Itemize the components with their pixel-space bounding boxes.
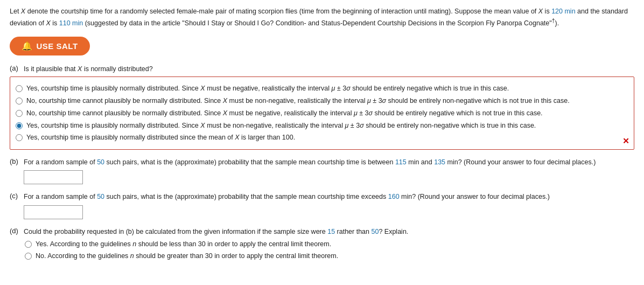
radio-option-a1: Yes, courtship time is plausibly normall…	[16, 84, 628, 94]
part-b-question: For a random sample of 50 such pairs, wh…	[24, 157, 634, 168]
part-b-row: (b) For a random sample of 50 such pairs…	[10, 157, 634, 168]
part-c-section: (c) For a random sample of 50 such pairs…	[10, 192, 634, 219]
radio-a3[interactable]	[16, 110, 23, 117]
part-a-letter: (a)	[10, 64, 19, 72]
use-salt-button[interactable]: 🔔 USE SALT	[10, 37, 90, 55]
part-b-input[interactable]	[24, 170, 83, 184]
part-d-letter: (d)	[10, 227, 19, 235]
radio-a4[interactable]	[16, 122, 23, 129]
label-a4: Yes, courtship time is plausibly normall…	[26, 121, 536, 131]
part-a-radio-box: Yes, courtship time is plausibly normall…	[10, 77, 634, 150]
part-d-section: (d) Could the probability requested in (…	[10, 227, 634, 261]
label-a2: No, courtship time cannot plausibly be n…	[26, 96, 570, 106]
part-d-question: Could the probability requested in (b) b…	[24, 227, 634, 237]
close-icon[interactable]: ✕	[622, 136, 629, 146]
radio-a2[interactable]	[16, 98, 23, 105]
part-a-section: (a) Is it plausible that X is normally d…	[10, 64, 634, 150]
radio-option-a3: No, courtship time cannot plausibly be n…	[16, 108, 628, 119]
label-d1: Yes. According to the guidelines n shoul…	[36, 239, 331, 249]
part-b-section: (b) For a random sample of 50 such pairs…	[10, 157, 634, 184]
part-b-letter: (b)	[10, 157, 19, 165]
radio-d1[interactable]	[25, 241, 32, 248]
part-c-input[interactable]	[24, 205, 83, 219]
part-c-question: For a random sample of 50 such pairs, wh…	[24, 192, 634, 202]
radio-a5[interactable]	[16, 134, 23, 141]
radio-option-d2: No. According to the guidelines n should…	[25, 251, 634, 261]
use-salt-label: USE SALT	[37, 41, 78, 51]
radio-a1[interactable]	[16, 85, 23, 92]
part-c-row: (c) For a random sample of 50 such pairs…	[10, 192, 634, 202]
label-d2: No. According to the guidelines n should…	[36, 251, 338, 261]
radio-option-a5: Yes, courtship time is plausibly normall…	[16, 133, 628, 143]
label-a3: No, courtship time cannot plausibly be n…	[26, 108, 543, 119]
part-c-letter: (c)	[10, 192, 19, 200]
intro-paragraph: Let X denote the courtship time for a ra…	[10, 6, 634, 29]
part-d-row: (d) Could the probability requested in (…	[10, 227, 634, 237]
part-a-row: (a) Is it plausible that X is normally d…	[10, 64, 634, 74]
part-a-question: Is it plausible that X is normally distr…	[24, 64, 634, 74]
radio-option-a4: Yes, courtship time is plausibly normall…	[16, 121, 628, 131]
radio-option-a2: No, courtship time cannot plausibly be n…	[16, 96, 628, 106]
label-a5: Yes, courtship time is plausibly normall…	[26, 133, 295, 143]
radio-option-d1: Yes. According to the guidelines n shoul…	[25, 239, 634, 249]
radio-d2[interactable]	[25, 253, 32, 260]
label-a1: Yes, courtship time is plausibly normall…	[26, 84, 509, 94]
salt-icon: 🔔	[22, 41, 33, 51]
